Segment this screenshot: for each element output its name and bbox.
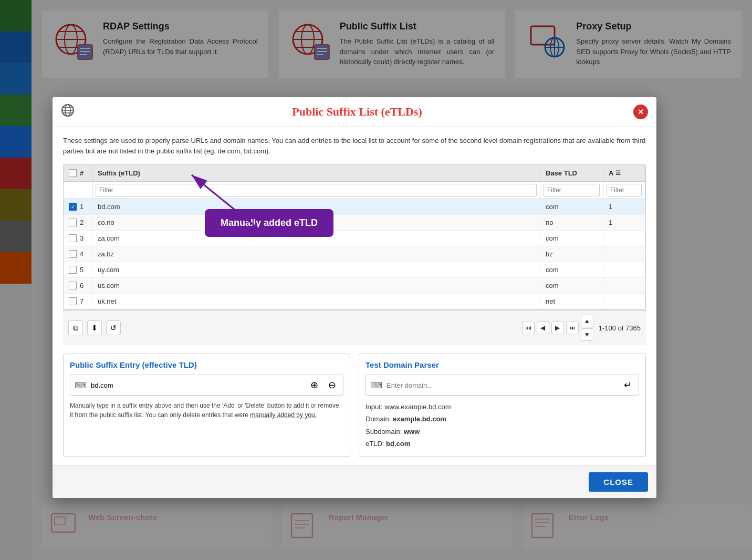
cell-a bbox=[603, 231, 645, 246]
first-page-button[interactable]: ⏮ bbox=[522, 322, 535, 334]
toolbar-right: ⏮ ◀ ▶ ⏭ ▲ ▼ 1-100 of 7365 bbox=[522, 315, 641, 341]
keyboard-icon-left: ⌨ bbox=[75, 380, 87, 390]
table-header: # Suffix (eTLD) Base TLD A ☰ bbox=[64, 165, 645, 182]
modal-close-button[interactable]: ✕ bbox=[633, 105, 648, 119]
row-checkbox[interactable]: ✓ bbox=[69, 203, 77, 211]
row-checkbox[interactable] bbox=[69, 234, 77, 242]
domain-test-input[interactable] bbox=[387, 381, 617, 389]
cell-base: com bbox=[540, 199, 603, 214]
filter-suffix[interactable] bbox=[92, 182, 540, 199]
table-row[interactable]: 7 uk.net net bbox=[64, 294, 645, 309]
filter-a[interactable] bbox=[603, 182, 645, 199]
row-checkbox[interactable] bbox=[69, 297, 77, 305]
select-all-checkbox[interactable] bbox=[69, 169, 77, 177]
download-button[interactable]: ⬇ bbox=[87, 320, 102, 335]
up-down-nav: ▲ ▼ bbox=[581, 315, 593, 341]
filter-num bbox=[64, 182, 92, 199]
cell-base: com bbox=[540, 231, 603, 246]
cell-num: 3 bbox=[64, 231, 92, 246]
next-page-button[interactable]: ▶ bbox=[551, 322, 564, 334]
add-suffix-button[interactable]: ⊕ bbox=[307, 378, 321, 392]
col-base: Base TLD bbox=[540, 165, 603, 181]
cell-base: com bbox=[540, 278, 603, 293]
test-domain-line: Domain: example.bd.com bbox=[365, 413, 639, 425]
col-suffix: Suffix (eTLD) bbox=[92, 165, 540, 181]
table-row[interactable]: 6 us.com com bbox=[64, 278, 645, 294]
cell-num: ✓ 1 bbox=[64, 199, 92, 214]
table-row[interactable]: ✓ 1 bd.com com 1 bbox=[64, 199, 645, 215]
suffix-table: # Suffix (eTLD) Base TLD A ☰ bbox=[63, 164, 646, 310]
cell-suffix: uy.com bbox=[92, 262, 540, 277]
test-etld-line: eTLD: bd.com bbox=[365, 438, 639, 450]
domain-test-input-row: ⌨ ↵ bbox=[365, 375, 639, 396]
suffix-input-row: ⌨ ⊕ ⊖ bbox=[70, 375, 343, 396]
table-row[interactable]: 4 za.bz bz bbox=[64, 246, 645, 262]
panel-right-title: Test Domain Parser bbox=[365, 360, 639, 369]
annotation-container: # Suffix (eTLD) Base TLD A ☰ bbox=[63, 164, 646, 310]
manually-added-link[interactable]: manually added by you. bbox=[250, 411, 317, 419]
toolbar-left: ⧉ ⬇ ↺ bbox=[68, 320, 121, 335]
cell-a bbox=[603, 278, 645, 293]
test-input-line: Input: www.example.bd.com bbox=[365, 401, 639, 413]
a-filter-input[interactable] bbox=[607, 184, 642, 196]
col-a: A ☰ bbox=[603, 165, 645, 181]
table-row[interactable]: 3 za.com com bbox=[64, 231, 645, 246]
scroll-down-button[interactable]: ▼ bbox=[581, 328, 593, 341]
cell-num: 6 bbox=[64, 278, 92, 293]
test-subdomain-value: www bbox=[404, 428, 420, 435]
prev-page-button[interactable]: ◀ bbox=[537, 322, 549, 334]
panel-left-title: Public Suffix Entry (effective TLD) bbox=[70, 360, 343, 369]
test-domain-parser-panel: Test Domain Parser ⌨ ↵ Input: www.exampl… bbox=[359, 354, 646, 457]
test-subdomain-line: Subdomain: www bbox=[365, 426, 639, 438]
refresh-button[interactable]: ↺ bbox=[106, 320, 121, 335]
modal-title: Public Suffix List (eTLDs) bbox=[81, 105, 633, 119]
cell-base: com bbox=[540, 262, 603, 277]
cell-num: 7 bbox=[64, 294, 92, 309]
filter-base[interactable] bbox=[540, 182, 603, 199]
col-num: # bbox=[64, 165, 92, 181]
suffix-filter-input[interactable] bbox=[96, 184, 537, 196]
base-filter-input[interactable] bbox=[544, 184, 600, 196]
cell-a: 1 bbox=[603, 199, 645, 214]
suffix-entry-input[interactable] bbox=[91, 381, 303, 389]
modal-description: These settings are used to properly pars… bbox=[63, 136, 646, 156]
cell-num: 2 bbox=[64, 215, 92, 230]
modal-header: Public Suffix List (eTLDs) ✕ bbox=[53, 97, 656, 127]
panel-left-description: Manually type in a suffix entry above an… bbox=[70, 401, 343, 420]
row-checkbox[interactable] bbox=[69, 250, 77, 258]
public-suffix-entry-panel: Public Suffix Entry (effective TLD) ⌨ ⊕ … bbox=[63, 354, 350, 457]
close-button[interactable]: CLOSE bbox=[589, 472, 648, 492]
keyboard-icon-right: ⌨ bbox=[370, 380, 382, 390]
table-toolbar: ⧉ ⬇ ↺ ⏮ ◀ ▶ ⏭ ▲ ▼ 1-100 of 7365 bbox=[63, 310, 646, 345]
pagination-info: 1-100 of 7365 bbox=[599, 324, 641, 332]
test-domain-button[interactable]: ↵ bbox=[621, 378, 634, 392]
table-row[interactable]: 2 co.no no 1 bbox=[64, 215, 645, 231]
modal-dialog: Public Suffix List (eTLDs) ✕ These setti… bbox=[53, 97, 656, 498]
globe-icon bbox=[61, 103, 75, 120]
cell-suffix: us.com bbox=[92, 278, 540, 293]
modal-body: These settings are used to properly pars… bbox=[53, 127, 656, 465]
table-row[interactable]: 5 uy.com com bbox=[64, 262, 645, 278]
row-checkbox[interactable] bbox=[69, 282, 77, 289]
modal-footer: CLOSE bbox=[53, 465, 656, 498]
scroll-up-button[interactable]: ▲ bbox=[581, 315, 593, 327]
cell-base: no bbox=[540, 215, 603, 230]
column-menu-icon[interactable]: ☰ bbox=[615, 170, 621, 177]
cell-num: 4 bbox=[64, 246, 92, 262]
cell-a bbox=[603, 246, 645, 262]
cell-base: bz bbox=[540, 246, 603, 262]
cell-a bbox=[603, 262, 645, 277]
cell-num: 5 bbox=[64, 262, 92, 277]
copy-button[interactable]: ⧉ bbox=[68, 320, 83, 335]
row-checkbox[interactable] bbox=[69, 266, 77, 274]
test-etld-value: bd.com bbox=[386, 440, 410, 448]
remove-suffix-button[interactable]: ⊖ bbox=[325, 378, 339, 392]
test-domain-value: example.bd.com bbox=[393, 415, 446, 423]
cell-suffix: uk.net bbox=[92, 294, 540, 309]
row-checkbox[interactable] bbox=[69, 219, 77, 226]
annotation-tooltip: Manually added eTLD bbox=[205, 209, 333, 237]
filter-row bbox=[64, 182, 645, 199]
cell-base: net bbox=[540, 294, 603, 309]
last-page-button[interactable]: ⏭ bbox=[566, 322, 579, 334]
test-result: Input: www.example.bd.com Domain: exampl… bbox=[365, 401, 639, 450]
